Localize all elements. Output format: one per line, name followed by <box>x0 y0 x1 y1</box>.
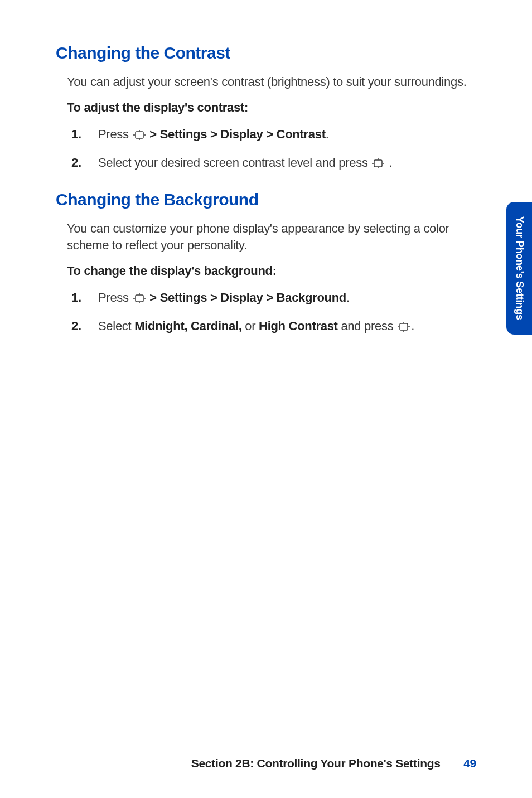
step-text: Press <box>98 127 132 141</box>
section-background: Changing the Background You can customiz… <box>56 190 471 337</box>
step-number: 2. <box>71 318 81 335</box>
side-tab-label: Your Phone's Settings <box>514 216 525 320</box>
subhead-background: To change the display's background: <box>67 264 471 278</box>
step-bold: > Settings > Display > Background <box>147 291 346 304</box>
ok-button-icon <box>372 156 384 173</box>
svg-rect-0 <box>136 132 143 138</box>
steps-background: 1. Press > Settings > Display > Backgrou… <box>67 289 471 337</box>
step-text: Press <box>98 291 132 304</box>
step-number: 1. <box>71 289 81 307</box>
page-number: 49 <box>463 757 476 770</box>
step-number: 1. <box>71 126 81 143</box>
step-bold-b: High Contrast <box>259 319 338 333</box>
intro-contrast: You can adjust your screen's contrast (b… <box>67 74 471 90</box>
step-item: 2. Select Midnight, Cardinal, or High Co… <box>67 318 471 337</box>
step-item: 1. Press > Settings > Display > Contrast… <box>67 126 471 145</box>
heading-contrast: Changing the Contrast <box>56 43 471 62</box>
step-suffix2: . <box>411 319 414 333</box>
step-text: Select <box>98 319 134 333</box>
section-contrast: Changing the Contrast You can adjust you… <box>56 43 471 173</box>
page-footer: Section 2B: Controlling Your Phone's Set… <box>191 757 476 770</box>
svg-rect-15 <box>400 323 408 330</box>
ok-button-icon <box>133 128 146 145</box>
step-bold-a: Midnight, Cardinal, <box>134 319 241 333</box>
svg-rect-5 <box>374 160 382 167</box>
page-content: Changing the Contrast You can adjust you… <box>0 0 532 337</box>
step-suffix: . <box>326 127 329 141</box>
heading-background: Changing the Background <box>56 190 471 209</box>
step-suffix: and press <box>338 319 397 333</box>
ok-button-icon <box>398 320 410 337</box>
step-item: 2. Select your desired screen contrast l… <box>67 154 471 173</box>
step-mid: or <box>241 319 259 333</box>
step-item: 1. Press > Settings > Display > Backgrou… <box>67 289 471 308</box>
step-suffix: . <box>385 156 392 170</box>
intro-background: You can customize your phone display's a… <box>67 220 471 253</box>
svg-rect-10 <box>136 295 143 302</box>
step-text: Select your desired screen contrast leve… <box>98 156 371 170</box>
ok-button-icon <box>133 291 146 308</box>
side-tab: Your Phone's Settings <box>506 202 532 335</box>
step-suffix: . <box>346 291 350 304</box>
step-number: 2. <box>71 154 81 172</box>
footer-section: Section 2B: Controlling Your Phone's Set… <box>191 757 441 770</box>
subhead-contrast: To adjust the display's contrast: <box>67 100 471 115</box>
steps-contrast: 1. Press > Settings > Display > Contrast… <box>67 126 471 174</box>
step-bold: > Settings > Display > Contrast <box>147 127 326 141</box>
